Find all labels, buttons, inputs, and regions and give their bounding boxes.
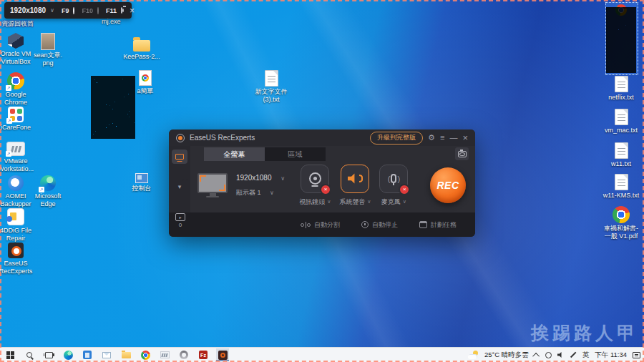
microphone-label[interactable]: 麥克風 ∨ — [381, 197, 406, 207]
record-hotkey-label: F9 — [62, 7, 69, 14]
chevron-up-icon[interactable] — [532, 352, 540, 359]
taskbar-recexperts-active[interactable] — [216, 348, 229, 361]
microphone-toggle-button[interactable]: ( ) × — [379, 165, 408, 193]
input-language[interactable]: 英 — [582, 351, 590, 360]
start-button[interactable] — [4, 348, 16, 361]
chevron-down-icon: ∨ — [403, 199, 406, 205]
auto-split-button[interactable]: 自動分割 — [301, 220, 340, 230]
camera-icon[interactable] — [121, 7, 122, 14]
desktop-icon-sean-png[interactable]: sean文章. png — [28, 33, 68, 67]
clock-time[interactable]: 下午 11:34 — [595, 351, 627, 360]
gear-icon[interactable]: ⚙ — [428, 134, 435, 142]
recycle-bin-label[interactable]: 資源回收筒 — [1, 20, 34, 28]
action-center-icon[interactable] — [633, 352, 640, 358]
icon-label: netflix.txt — [608, 94, 634, 102]
desktop-icon-vm-mac-txt[interactable]: vm_mac.txt — [601, 109, 641, 134]
chrome-icon — [7, 72, 24, 89]
edge-icon — [40, 175, 56, 191]
desktop-icon-chrome[interactable]: Google Chrome — [0, 72, 36, 107]
clock-icon — [361, 221, 369, 228]
upgrade-button[interactable]: 升級到完整版 — [370, 132, 423, 145]
pen-icon[interactable] — [570, 351, 577, 358]
video-list-icon: ▸ — [175, 213, 185, 221]
desktop-icon-4ddig[interactable]: 4DDiG File Repair — [0, 208, 36, 243]
desktop-icon-keepass[interactable]: KeePass-2... — [122, 36, 162, 61]
capture-resolution[interactable]: 1920x1080 — [10, 6, 46, 14]
icon-label: Oracle VM VirtualBox — [1, 50, 31, 66]
task-scheduler-button[interactable]: 計劃任務 — [419, 220, 457, 230]
desktop-icon-icarefone[interactable]: iCareFone — [0, 107, 36, 132]
volume-icon[interactable] — [557, 352, 564, 358]
webcam-device: × 視訊鏡頭 ∨ — [299, 165, 331, 207]
icon-label: w11-KMS.txt — [603, 192, 639, 200]
resolution-select[interactable]: 1920x1080 ∨ — [236, 174, 285, 182]
window-titlebar: EaseUS RecExperts 升級到完整版 ⚙ ≡ — × — [169, 129, 475, 146]
taskbar-mail[interactable] — [100, 348, 113, 361]
mic-arc-right: ) — [397, 175, 400, 183]
taskbar-chrome[interactable] — [139, 348, 152, 361]
taskbar-search-button[interactable] — [23, 348, 36, 361]
desktop-icon-a-html[interactable]: a簡單 — [125, 70, 165, 95]
taskbar-store[interactable] — [81, 348, 94, 361]
taskbar-vmware[interactable] — [158, 348, 171, 361]
desktop-icon-control-panel[interactable]: 控制台 — [122, 173, 162, 192]
desktop-icon-recexperts[interactable]: EaseUS RecExperts — [0, 243, 36, 275]
minimize-icon[interactable]: — — [449, 134, 457, 142]
recordings-list-button[interactable]: ▸ 0 — [175, 213, 185, 228]
rec-button[interactable]: REC — [430, 167, 466, 203]
window-title: EaseUS RecExperts — [190, 134, 365, 142]
auto-stop-button[interactable]: 自動停止 — [361, 220, 398, 230]
resolution-selects: 1920x1080 ∨ 顯示器 1 ∨ — [236, 174, 285, 197]
webcam-toggle-button[interactable]: × — [301, 165, 329, 193]
desktop-icon-pdf[interactable]: 車禍和解書- 一般 V1.pdf — [601, 206, 641, 240]
desktop-icon-new-text-file[interactable]: 新文字文件 (3).txt — [251, 70, 291, 104]
text-file-icon — [615, 109, 628, 125]
auto-stop-label: 自動停止 — [372, 220, 398, 230]
desktop-icon-w11-txt[interactable]: w11.txt — [601, 142, 641, 168]
recexperts-window: EaseUS RecExperts 升級到完整版 ⚙ ≡ — × ▾ 全螢幕 區… — [169, 129, 475, 237]
monitor-icon — [175, 154, 184, 160]
task-scheduler-label: 計劃任務 — [431, 220, 457, 230]
icon-label: 4DDiG File Repair — [0, 227, 31, 243]
mode-sidebar: ▾ — [169, 146, 190, 212]
virtualbox-icon — [8, 33, 24, 49]
recycle-bin-label-text: 資源回收筒 — [1, 20, 34, 27]
chrome-icon — [141, 351, 150, 360]
system-sound-label[interactable]: 系統聲音 ∨ — [339, 197, 371, 207]
system-sound-toggle-button[interactable] — [341, 165, 369, 193]
desktop-icon-vmware[interactable]: VMware Workstatio... — [0, 142, 36, 173]
icon-label: 新文字文件 (3).txt — [255, 88, 288, 104]
display-select[interactable]: 顯示器 1 ∨ — [236, 188, 285, 197]
screenshot-hotkey-label: F11 — [106, 7, 117, 14]
webcam-label[interactable]: 視訊鏡頭 ∨ — [299, 197, 331, 207]
task-view-button[interactable] — [42, 348, 55, 361]
mail-icon — [102, 352, 111, 358]
close-icon[interactable]: × — [462, 134, 468, 142]
sidebar-item-screen[interactable] — [172, 150, 187, 164]
record-icon[interactable] — [73, 7, 74, 14]
close-icon[interactable]: × — [130, 6, 135, 16]
taskbar-pinned-app[interactable] — [177, 348, 190, 361]
desktop-icon-netflix-txt[interactable]: netflix.txt — [601, 76, 641, 102]
icon-label: AOMEI Backupper — [0, 192, 31, 208]
taskbar-filezilla[interactable]: Fz — [197, 348, 210, 361]
system-sound-device: 系統聲音 ∨ — [339, 165, 371, 207]
weather-icon[interactable] — [468, 351, 479, 359]
chevron-down-icon[interactable]: ∨ — [50, 7, 54, 14]
tray-app-icon[interactable] — [545, 352, 552, 358]
desktop-icon-w11-kms-txt[interactable]: w11-KMS.txt — [601, 174, 641, 200]
menu-icon[interactable]: ≡ — [440, 134, 444, 142]
recexperts-icon — [8, 243, 24, 258]
taskbar-file-explorer[interactable] — [119, 348, 132, 361]
disabled-badge-icon: × — [320, 184, 331, 195]
caret-down-icon[interactable]: ▾ — [178, 183, 182, 190]
weather-text[interactable]: 25°C 晴時多雲 — [484, 351, 529, 360]
taskbar-edge[interactable] — [62, 348, 74, 361]
microphone-label-text: 麥克風 — [381, 197, 401, 207]
icon-label: 車禍和解書- 一般 V1.pdf — [604, 225, 638, 240]
mj-exe-label[interactable]: mj.exe — [102, 18, 121, 25]
webcam-label-text: 視訊鏡頭 — [299, 197, 325, 207]
desktop-icon-edge[interactable]: Microsoft Edge — [28, 175, 68, 208]
taskbar: Fz 25°C 晴時多雲 英 下午 11:34 — [0, 347, 644, 362]
monitor-preview[interactable] — [197, 173, 228, 197]
